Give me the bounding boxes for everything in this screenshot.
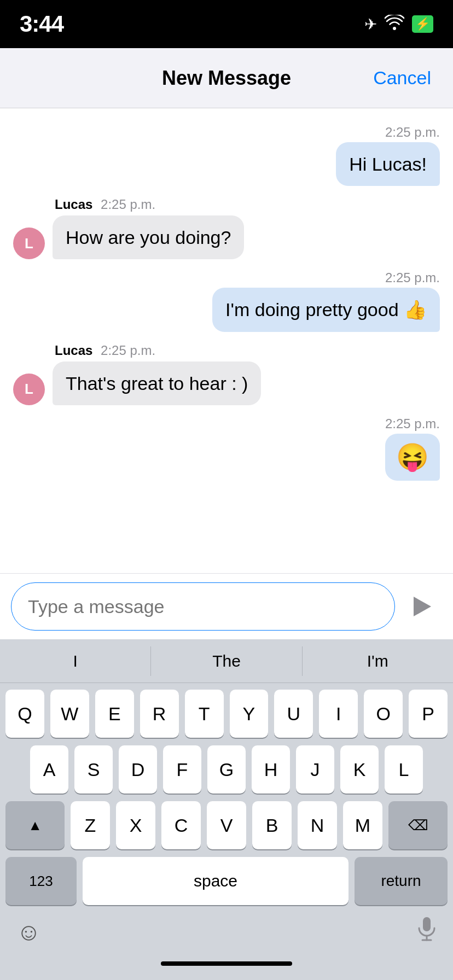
home-indicator (0, 947, 453, 980)
keyboard-bottom-row: ☺ (0, 907, 453, 947)
key-s[interactable]: S (74, 745, 113, 794)
message-row-2: L Lucas 2:25 p.m. How are you doing? (13, 197, 440, 259)
bubble-container-5: 2:25 p.m. 😝 (385, 416, 440, 481)
suggestion-2[interactable]: The (151, 646, 302, 676)
chat-scroll: 2:25 p.m. Hi Lucas! L Lucas 2:25 p.m. Ho… (0, 108, 453, 573)
message-row-3: 2:25 p.m. I'm doing pretty good 👍 (13, 270, 440, 331)
bubble-container-1: 2:25 p.m. Hi Lucas! (336, 125, 440, 186)
key-y[interactable]: Y (230, 690, 269, 738)
key-h[interactable]: H (252, 745, 290, 794)
key-a[interactable]: A (30, 745, 68, 794)
delete-key[interactable]: ⌫ (388, 801, 448, 849)
key-f[interactable]: F (163, 745, 201, 794)
cancel-button[interactable]: Cancel (373, 67, 431, 89)
key-row-4: 123 space return (5, 857, 448, 905)
battery-icon: ⚡ (412, 15, 433, 33)
key-row-3: ▲ Z X C V B N M ⌫ (5, 801, 448, 849)
key-w[interactable]: W (50, 690, 89, 738)
wifi-icon (385, 15, 404, 34)
send-button[interactable] (403, 587, 442, 626)
emoji-button[interactable]: ☺ (16, 918, 41, 946)
key-n[interactable]: N (298, 801, 337, 849)
key-x[interactable]: X (116, 801, 155, 849)
key-r[interactable]: R (140, 690, 179, 738)
microphone-button[interactable] (417, 916, 437, 947)
suggestion-3[interactable]: I'm (303, 646, 453, 676)
bubble-container-3: 2:25 p.m. I'm doing pretty good 👍 (212, 270, 440, 331)
message-bubble-4: That's great to hear : ) (53, 361, 261, 405)
message-input[interactable] (11, 582, 395, 631)
message-meta-4: Lucas 2:25 p.m. (53, 343, 261, 358)
key-d[interactable]: D (119, 745, 157, 794)
avatar-lucas-1: L (13, 228, 45, 259)
status-icons: ✈ ⚡ (364, 15, 433, 34)
nav-bar: New Message Cancel (0, 48, 453, 108)
key-j[interactable]: J (296, 745, 334, 794)
key-g[interactable]: G (207, 745, 246, 794)
suggestion-1[interactable]: I (0, 646, 151, 676)
message-time-1: 2:25 p.m. (336, 125, 440, 140)
message-row-4: L Lucas 2:25 p.m. That's great to hear :… (13, 343, 440, 405)
keyboard: I The I'm Q W E R T Y U I O P A S (0, 639, 453, 980)
key-b[interactable]: B (252, 801, 292, 849)
key-row-2: A S D F G H J K L (5, 745, 448, 794)
key-c[interactable]: C (161, 801, 201, 849)
key-m[interactable]: M (343, 801, 382, 849)
status-bar: 3:44 ✈ ⚡ (0, 0, 453, 48)
message-time-2: 2:25 p.m. (101, 197, 155, 212)
sender-name-2: Lucas (55, 197, 92, 212)
key-e[interactable]: E (95, 690, 134, 738)
main-content: New Message Cancel 2:25 p.m. Hi Lucas! L… (0, 48, 453, 980)
key-row-1: Q W E R T Y U I O P (5, 690, 448, 738)
key-p[interactable]: P (409, 690, 448, 738)
svg-rect-0 (423, 917, 431, 931)
key-l[interactable]: L (385, 745, 423, 794)
key-v[interactable]: V (207, 801, 246, 849)
return-key[interactable]: return (355, 857, 448, 905)
keyboard-suggestions: I The I'm (0, 639, 453, 683)
key-u[interactable]: U (274, 690, 313, 738)
message-row-5: 2:25 p.m. 😝 (13, 416, 440, 481)
number-key[interactable]: 123 (5, 857, 77, 905)
bubble-container-2: Lucas 2:25 p.m. How are you doing? (53, 197, 244, 259)
message-bubble-3: I'm doing pretty good 👍 (212, 288, 440, 331)
avatar-lucas-2: L (13, 374, 45, 405)
message-time-4: 2:25 p.m. (101, 343, 155, 358)
status-time: 3:44 (20, 11, 63, 37)
nav-title: New Message (162, 67, 291, 90)
message-meta-2: Lucas 2:25 p.m. (53, 197, 244, 212)
key-z[interactable]: Z (71, 801, 110, 849)
message-time-5: 2:25 p.m. (385, 416, 440, 431)
bubble-container-4: Lucas 2:25 p.m. That's great to hear : ) (53, 343, 261, 405)
key-o[interactable]: O (364, 690, 403, 738)
message-bubble-1: Hi Lucas! (336, 142, 440, 186)
message-bubble-2: How are you doing? (53, 215, 244, 259)
send-arrow-icon (414, 597, 431, 616)
space-key[interactable]: space (83, 857, 349, 905)
home-bar (161, 961, 292, 966)
airplane-icon: ✈ (364, 15, 377, 33)
shift-key[interactable]: ▲ (5, 801, 65, 849)
key-i[interactable]: I (319, 690, 358, 738)
input-area (0, 573, 453, 639)
message-row-1: 2:25 p.m. Hi Lucas! (13, 125, 440, 186)
key-k[interactable]: K (340, 745, 379, 794)
sender-name-4: Lucas (55, 343, 92, 358)
message-time-3: 2:25 p.m. (212, 270, 440, 285)
key-q[interactable]: Q (5, 690, 44, 738)
key-t[interactable]: T (185, 690, 224, 738)
message-bubble-5: 😝 (385, 434, 440, 481)
keyboard-rows: Q W E R T Y U I O P A S D F G H J (0, 683, 453, 907)
